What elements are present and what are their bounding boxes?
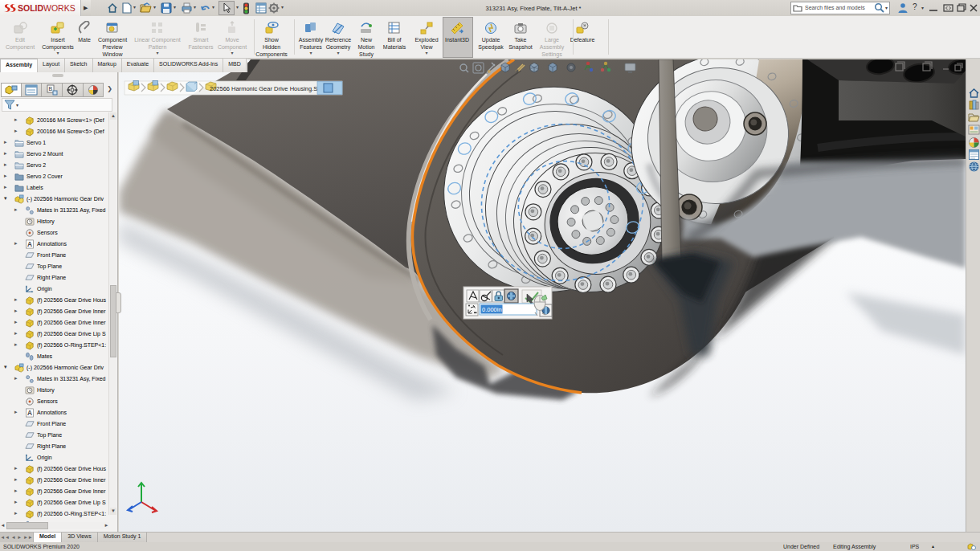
svg-text:202566 Harmonic Gear Drive Hou: 202566 Harmonic Gear Drive Housing.STEP xyxy=(210,85,329,92)
svg-text:WORKS: WORKS xyxy=(43,3,76,13)
svg-text:A: A xyxy=(27,409,32,417)
svg-text:B: B xyxy=(48,86,52,92)
svg-text:0.000in: 0.000in xyxy=(482,306,502,313)
svg-text:A: A xyxy=(27,240,32,248)
svg-text:SOLID: SOLID xyxy=(18,3,44,13)
